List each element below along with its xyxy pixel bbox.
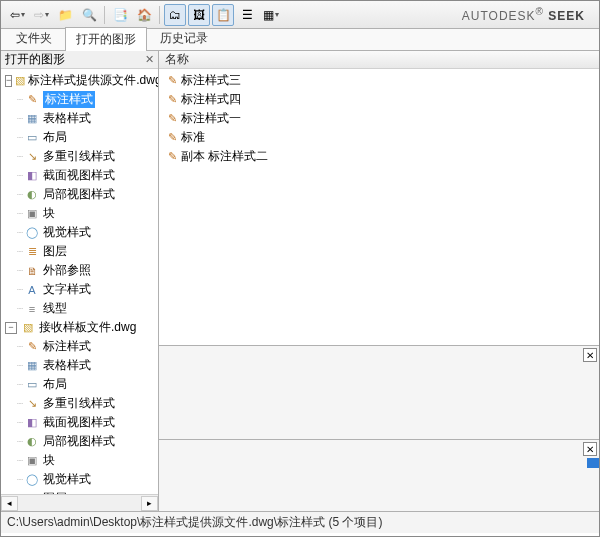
tree-item-label: 截面视图样式 [43,414,115,431]
tree-item-mleader[interactable]: ┈↘多重引线样式 [1,147,158,166]
section-icon: ◧ [24,416,40,430]
view-options-button[interactable]: ▦▾ [260,4,282,26]
chevron-down-icon: ▾ [21,10,25,19]
tree-item-label: 多重引线样式 [43,395,115,412]
list-item[interactable]: ✎标注样式四 [159,90,599,109]
view-icon: ▦ [263,8,274,22]
description-pane: ✕ [159,439,599,511]
scroll-right-button[interactable]: ▸ [141,496,158,511]
block-icon: ▣ [24,454,40,468]
tree-line: ┈ [17,379,22,390]
tree-item-table[interactable]: ┈▦表格样式 [1,109,158,128]
tree-item-label: 视觉样式 [43,471,91,488]
forward-button[interactable]: ⇨▾ [30,4,52,26]
tree-item-section[interactable]: ┈◧截面视图样式 [1,413,158,432]
preview-icon: 🖼 [193,8,205,22]
search-icon: 🔍 [82,8,97,22]
tree-item-label: 局部视图样式 [43,186,115,203]
search-button[interactable]: 🔍 [78,4,100,26]
separator [159,6,160,24]
tree-item-block[interactable]: ┈▣块 [1,204,158,223]
list-item[interactable]: ✎标准 [159,128,599,147]
dwg-icon: ▧ [15,74,25,88]
scroll-track[interactable] [18,496,141,511]
preview-toggle-button[interactable]: 🖼 [188,4,210,26]
tree-file-label: 接收样板文件.dwg [39,319,136,336]
text-icon: A [24,283,40,297]
tree-item-dim[interactable]: ┈✎标注样式 [1,337,158,356]
favorites-button[interactable]: 📑 [109,4,131,26]
home-button[interactable]: 🏠 [133,4,155,26]
tree-item-label: 标注样式 [43,91,95,108]
tree-horizontal-scrollbar[interactable]: ◂ ▸ [1,494,158,511]
tree-line: ┈ [17,132,22,143]
tree-toggle-button[interactable]: 🗂 [164,4,186,26]
forward-icon: ⇨ [34,8,44,22]
block-icon: ▣ [24,207,40,221]
preview-close-button[interactable]: ✕ [583,348,597,362]
dim-style-icon: ✎ [24,93,40,107]
tree-item-section[interactable]: ┈◧截面视图样式 [1,166,158,185]
tree-item-block[interactable]: ┈▣块 [1,451,158,470]
chevron-down-icon: ▾ [45,10,49,19]
tree-item-mleader[interactable]: ┈↘多重引线样式 [1,394,158,413]
chevron-down-icon: ▾ [275,10,279,19]
description-icon: 📋 [216,8,231,22]
table-style-icon: ▦ [24,359,40,373]
scroll-left-button[interactable]: ◂ [1,496,18,511]
up-button[interactable]: 📁 [54,4,76,26]
tree-item-text[interactable]: ┈A文字样式 [1,280,158,299]
tree-item-table[interactable]: ┈▦表格样式 [1,356,158,375]
list-item[interactable]: ✎标注样式一 [159,109,599,128]
dim-style-icon: ✎ [163,112,181,125]
tree-item-layer[interactable]: ┈≣图层 [1,242,158,261]
tree-item-label: 块 [43,205,55,222]
content-panel: 名称 ✎标注样式三 ✎标注样式四 ✎标注样式一 ✎标准 ✎副本 标注样式二 ✕ … [159,51,599,511]
tab-folders[interactable]: 文件夹 [5,26,63,50]
tree-item-visual[interactable]: ┈◯视觉样式 [1,223,158,242]
list-item[interactable]: ✎标注样式三 [159,71,599,90]
list-item[interactable]: ✎副本 标注样式二 [159,147,599,166]
description-close-button[interactable]: ✕ [583,442,597,456]
tab-history[interactable]: 历史记录 [149,26,219,50]
tree-item-label: 布局 [43,129,67,146]
tree-item-detail[interactable]: ┈◐局部视图样式 [1,432,158,451]
tree-line: ┈ [17,208,22,219]
back-button[interactable]: ⇦▾ [6,4,28,26]
tree-line: ┈ [17,417,22,428]
tree-file-node[interactable]: − ▧ 接收样板文件.dwg [1,318,158,337]
visual-icon: ◯ [24,473,40,487]
mleader-icon: ↘ [24,150,40,164]
tree-panel: 打开的图形 ✕ − ▧ 标注样式提供源文件.dwg ┈✎标注样式 ┈▦表格样式 … [1,51,159,511]
tab-open-drawings[interactable]: 打开的图形 [65,27,147,51]
tree-item-layout[interactable]: ┈▭布局 [1,128,158,147]
tree-item-xref[interactable]: ┈🗎外部参照 [1,261,158,280]
table-style-icon: ▦ [24,112,40,126]
folder-up-icon: 📁 [58,8,73,22]
view-list-button[interactable]: ☰ [236,4,258,26]
tabs-bar: 文件夹 打开的图形 历史记录 [1,29,599,51]
content-list: ✎标注样式三 ✎标注样式四 ✎标注样式一 ✎标准 ✎副本 标注样式二 [159,69,599,345]
tree-line: ┈ [17,436,22,447]
description-toggle-button[interactable]: 📋 [212,4,234,26]
tree-item-label: 表格样式 [43,357,91,374]
tree-close-button[interactable]: ✕ [145,53,154,66]
tree-item-detail[interactable]: ┈◐局部视图样式 [1,185,158,204]
list-icon: ☰ [242,8,253,22]
dim-style-icon: ✎ [163,131,181,144]
tree-item-layout[interactable]: ┈▭布局 [1,375,158,394]
tree-item-line[interactable]: ┈≡线型 [1,299,158,318]
layer-icon: ≣ [24,245,40,259]
section-icon: ◧ [24,169,40,183]
tree-line: ┈ [17,113,22,124]
tree-file-label: 标注样式提供源文件.dwg [28,72,158,89]
tree-file-node[interactable]: − ▧ 标注样式提供源文件.dwg [1,71,158,90]
list-header-name[interactable]: 名称 [159,51,599,69]
collapse-icon[interactable]: − [5,75,12,87]
mleader-icon: ↘ [24,397,40,411]
tree-item-visual[interactable]: ┈◯视觉样式 [1,470,158,489]
collapse-icon[interactable]: − [5,322,17,334]
list-item-label: 副本 标注样式二 [181,148,268,165]
tree-item-label: 线型 [43,300,67,317]
tree-item-dim[interactable]: ┈✎标注样式 [1,90,158,109]
